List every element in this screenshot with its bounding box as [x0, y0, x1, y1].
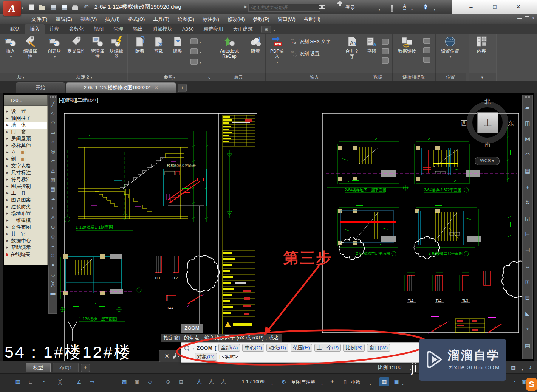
tab-view[interactable]: 视图 — [89, 24, 108, 34]
panel-label-block-definition[interactable]: 块定义 — [42, 73, 127, 81]
underlay-layers-icon[interactable] — [190, 38, 198, 44]
input-method-badge[interactable]: S — [526, 378, 537, 391]
frame-setting-icon[interactable] — [190, 48, 198, 54]
zoom-caret-icon[interactable] — [271, 380, 273, 387]
palette-item-site-layout[interactable]: 场地布置 — [4, 210, 47, 217]
palette-item-layer-control[interactable]: 图层控制 — [4, 183, 47, 190]
ribbon-display-toggle-button[interactable]: ▣ — [261, 26, 271, 33]
viewcube-west[interactable]: 西 — [461, 119, 467, 127]
table-tool-icon[interactable]: ▦ — [49, 184, 57, 194]
cmd-option-center[interactable]: 中心(C) — [242, 344, 264, 352]
viewcube-east[interactable]: 东 — [508, 119, 514, 127]
palette-item-elevation[interactable]: 立 面 — [4, 149, 47, 156]
annotation-visibility-icon[interactable]: 人 — [194, 377, 204, 386]
menu-item-draw[interactable]: 绘图(D) — [173, 14, 198, 24]
save-button[interactable] — [49, 3, 57, 11]
palette-item-other[interactable]: 其 它 — [4, 231, 47, 237]
ole-object-icon[interactable] — [382, 48, 389, 54]
palette-item-stair-other[interactable]: 楼梯其他 — [4, 142, 47, 149]
menu-item-window[interactable]: 窗口(W) — [274, 14, 300, 24]
menu-item-dimension[interactable]: 标注(N) — [198, 14, 223, 24]
edit-attribute-button[interactable]: 编辑属性 — [21, 36, 39, 59]
workspace-caret-icon[interactable] — [320, 380, 323, 387]
extract-data-icon[interactable] — [423, 38, 430, 44]
doc-restore-button[interactable] — [525, 16, 529, 20]
spline-tool-icon[interactable]: ∿ — [49, 109, 57, 118]
ui-lock-icon[interactable]: ▣ — [392, 377, 401, 386]
maximize-button[interactable]: □ — [489, 3, 500, 12]
minimize-button[interactable]: – — [465, 3, 477, 12]
command-palette-handle[interactable]: ✕ — [159, 350, 181, 362]
grid-display-icon[interactable]: ▦ — [511, 364, 516, 370]
trim-tool-icon[interactable]: ⊣ — [524, 242, 531, 258]
field-button[interactable]: 字段 — [364, 36, 379, 54]
tab-tianzheng[interactable]: 天正建筑 — [228, 24, 257, 34]
stretch-tool-icon[interactable]: ↔ — [524, 258, 531, 274]
wave-tool-icon[interactable]: ≈ — [49, 203, 57, 213]
palette-item-block-pattern[interactable]: 图块图案 — [4, 197, 47, 203]
tab-annotate[interactable]: 注释 — [45, 24, 64, 34]
tab-manage[interactable]: 管理 — [108, 24, 128, 34]
tab-default[interactable]: 默认 — [5, 24, 25, 34]
tab-insert[interactable]: 插入 — [25, 24, 45, 34]
break-tool-icon[interactable]: ⊟ — [524, 290, 531, 306]
palette-item-dimension[interactable]: 尺寸标注 — [4, 169, 47, 176]
palette-title[interactable]: T20... — [4, 95, 48, 106]
set-location-button[interactable]: 设置位置 — [438, 36, 462, 60]
palette-item-section[interactable]: 剖 面 — [4, 156, 47, 163]
insert-block-button[interactable]: 插入 — [2, 36, 19, 60]
file-tab-start[interactable]: 开始 — [16, 82, 65, 93]
palette-item-tools[interactable]: 工 具 — [4, 190, 47, 197]
plot-button[interactable] — [71, 3, 79, 11]
panel-label-link-extract[interactable]: 链接和提取 — [392, 73, 435, 81]
doc-close-button[interactable]: × — [532, 16, 535, 20]
hyperlink-icon[interactable] — [382, 57, 389, 64]
file-tab-close-icon[interactable]: ✕ — [154, 85, 158, 90]
scale-tool-icon[interactable]: ◱ — [524, 211, 531, 226]
help-search-field[interactable] — [248, 3, 320, 12]
viewcube-south[interactable]: 南 — [484, 141, 491, 149]
align-tool-icon[interactable]: ▤ — [524, 338, 531, 353]
pdf-import-button[interactable]: PDF输入 — [268, 36, 286, 65]
data-link-button[interactable]: 数据链接 — [395, 36, 419, 54]
menu-item-file[interactable]: 文件(F) — [27, 14, 52, 24]
fillet-tool-icon[interactable]: ◠ — [524, 147, 531, 163]
app-menu-caret-icon[interactable]: ▾ — [22, 6, 23, 10]
block-editor-button[interactable]: 块编辑器 — [107, 36, 125, 59]
graphics-performance-icon[interactable]: ◔ — [509, 377, 519, 386]
arc2-tool-icon[interactable]: ◡ — [49, 270, 57, 279]
manage-attributes-button[interactable]: 管理属性 — [88, 36, 107, 59]
palette-item-door-window[interactable]: 门 窗 — [4, 129, 47, 135]
dynamic-ucs-icon[interactable]: ⊙ — [163, 377, 173, 386]
save-as-button[interactable] — [60, 3, 68, 11]
solid-tool-icon[interactable]: ● — [49, 260, 57, 270]
annotation-note-icon[interactable]: ♪ — [529, 364, 532, 370]
tab-model[interactable]: 模型 — [26, 363, 51, 372]
file-tab-document[interactable]: 2-6# 1-12#楼梯修改图190920* ✕ — [66, 82, 176, 93]
search-input[interactable] — [249, 4, 324, 11]
upload-link-icon[interactable] — [423, 47, 430, 53]
palette-item-fire-protection[interactable]: 建筑防火 — [4, 203, 47, 210]
dynamic-input-icon[interactable]: ⊞ — [176, 377, 186, 386]
panel-label-data[interactable]: 数据 — [364, 73, 392, 81]
cmd-option-previous[interactable]: 上一个(P) — [314, 344, 341, 352]
point-tool-icon[interactable]: ⊙ — [49, 222, 57, 232]
viewport-scale-control[interactable]: 比例 1:100 — [378, 364, 401, 371]
cross-tool-icon[interactable]: ╳ — [49, 279, 57, 288]
search-expand-icon[interactable]: ▶ — [244, 5, 247, 9]
isodraft-icon[interactable]: ╳ — [55, 377, 65, 386]
combine-text-button[interactable]: 合并文字 — [343, 36, 361, 59]
revision-cloud-tool-icon[interactable]: ☁ — [49, 194, 57, 203]
palette-item-room-roof[interactable]: 房间屋顶 — [4, 135, 47, 142]
explode-tool-icon[interactable]: * — [524, 322, 531, 338]
erase-tool-icon[interactable]: ▰ — [524, 99, 531, 115]
palette-item-settings[interactable]: 设 置 — [4, 108, 47, 115]
copy-tool-icon[interactable]: ◫ — [524, 115, 531, 131]
menu-item-view[interactable]: 视图(V) — [76, 14, 101, 24]
rotate-tool-icon[interactable]: ↻ — [524, 195, 531, 211]
menu-item-modify[interactable]: 修改(M) — [223, 14, 249, 24]
command-line-palette[interactable]: ZOOM [ 全部(A) 中心(C) 动态(D) 范围(E) 上一个(P) 比例… — [181, 342, 419, 363]
attach-button[interactable]: 附着 — [132, 36, 148, 54]
viewcube-north[interactable]: 北 — [484, 98, 491, 106]
lineweight-icon[interactable]: ≡ — [107, 377, 116, 386]
